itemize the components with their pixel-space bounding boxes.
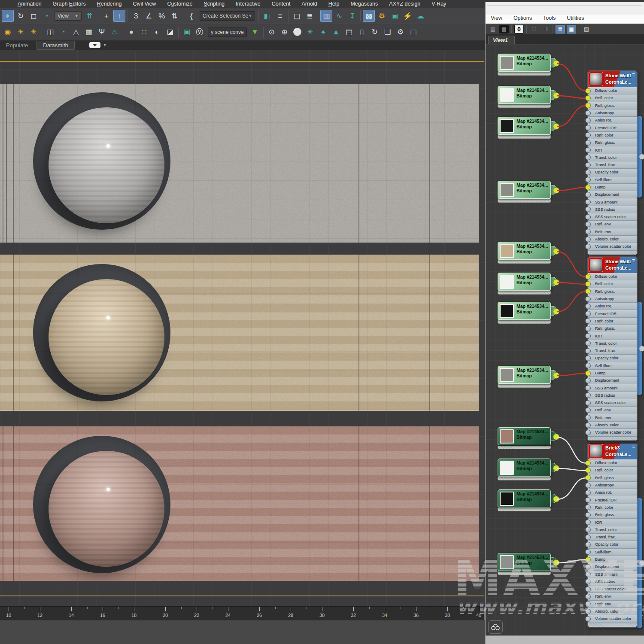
slot-transl-color[interactable]: Transl. color [588, 154, 637, 161]
slot-opacity-color[interactable]: Opacity color [588, 541, 637, 548]
input-socket[interactable] [585, 497, 591, 503]
map-node[interactable]: Map #214534...Bitmap [498, 242, 551, 264]
output-socket[interactable] [553, 434, 559, 440]
slot-transl-frac-[interactable]: Transl. frac. [588, 161, 637, 169]
output-socket[interactable] [553, 372, 559, 379]
slot-refl-env-[interactable]: Refl. env. [588, 221, 637, 228]
slot-volume-scatter-color[interactable]: Volume scatter color [588, 615, 637, 623]
select-spray-icon[interactable]: ▨ [582, 25, 591, 33]
slot-anisotropy[interactable]: Anisotropy [588, 482, 637, 489]
menu-civil-view[interactable]: Civil View [127, 1, 161, 7]
eraser-icon[interactable]: ◪ [164, 26, 176, 38]
input-socket[interactable] [585, 118, 591, 123]
input-socket[interactable] [585, 460, 591, 466]
selection-set-field[interactable]: Create Selection Se ▼ [200, 11, 255, 21]
selection-center-icon[interactable]: ↑ [113, 10, 125, 22]
menu-axyz-design[interactable]: AXYZ design [383, 1, 426, 7]
input-socket[interactable] [585, 207, 591, 212]
input-socket[interactable] [585, 468, 591, 473]
slot-transl-frac-[interactable]: Transl. frac. [588, 534, 637, 541]
preview-window-icon[interactable]: ▣ [567, 25, 576, 33]
slot-sss-scatter-color[interactable]: SSS scatter color [588, 213, 637, 221]
slot-sss-radius[interactable]: SSS radius [588, 578, 637, 586]
slot-refl-env-[interactable]: Refl. env. [588, 407, 637, 414]
input-socket[interactable] [585, 177, 591, 182]
slot-displacement[interactable]: Displacement [588, 377, 637, 384]
sme-menu-view[interactable]: View [490, 14, 507, 23]
menu-v-ray[interactable]: V-Ray [426, 1, 452, 7]
layer-manager-icon[interactable]: ▤ [291, 10, 303, 22]
slot-bump[interactable]: Bump [588, 556, 637, 563]
output-socket[interactable] [553, 279, 559, 286]
vray-logo-icon[interactable]: Ⓥ [194, 26, 206, 38]
input-socket[interactable] [585, 549, 591, 555]
slot-fresnel-ior[interactable]: Fresnel IOR [588, 124, 637, 131]
trees-icon[interactable]: ♠ [317, 26, 329, 38]
camera-add-icon[interactable]: ⊕ [279, 26, 291, 38]
populate-icon[interactable]: ◉ [2, 26, 14, 38]
slot-refr-gloss-[interactable]: Refr. gloss. [588, 325, 637, 332]
input-socket[interactable] [585, 222, 591, 227]
slot-sss-radius[interactable]: SSS radius [588, 392, 637, 399]
slot-refr-color[interactable]: Refr. color [588, 132, 637, 139]
viewport[interactable] [0, 50, 485, 606]
slot-aniso-rot-[interactable]: Aniso rot. [588, 303, 637, 310]
output-socket[interactable] [553, 559, 559, 566]
input-socket[interactable] [585, 512, 591, 518]
map-node[interactable]: Map #214534...Bitmap [498, 489, 551, 511]
render-cloud-icon[interactable]: ☁ [414, 10, 426, 22]
fire-effect-icon[interactable]: ♨ [109, 26, 121, 38]
checker-small-icon[interactable]: ▦ [488, 25, 498, 33]
slot-sss-scatter-color[interactable]: SSS scatter color [588, 399, 637, 407]
sun-positioner-icon[interactable]: ☀ [304, 26, 316, 38]
selection-sets-icon[interactable]: { [185, 10, 197, 22]
input-socket[interactable] [585, 571, 591, 577]
output-socket[interactable] [553, 187, 559, 194]
menu-arnold[interactable]: Arnold [296, 1, 323, 7]
material-sphere-icon[interactable]: ● [125, 26, 137, 38]
slot-transl-color[interactable]: Transl. color [588, 526, 637, 534]
input-socket[interactable] [585, 527, 591, 532]
input-socket[interactable] [585, 281, 591, 287]
daylight-icon[interactable]: ☀ [15, 26, 27, 38]
slot-refl-gloss-[interactable]: Refl. gloss. [588, 288, 637, 295]
node-graph-view[interactable]: Map #214534...BitmapMap #214534...Bitmap… [486, 44, 644, 635]
menu-customize[interactable]: Customize [161, 1, 198, 7]
menu-scripting[interactable]: Scripting [198, 1, 230, 7]
slot-refl-color[interactable]: Refl. color [588, 280, 637, 288]
input-socket[interactable] [585, 407, 591, 413]
input-socket[interactable] [585, 586, 591, 592]
input-socket[interactable] [585, 103, 591, 108]
input-socket[interactable] [585, 244, 591, 249]
input-socket[interactable] [585, 490, 591, 495]
input-socket[interactable] [585, 214, 591, 220]
stone-wall-1-sphere[interactable] [49, 107, 164, 223]
slot-refr-gloss-[interactable]: Refr. gloss. [588, 511, 637, 519]
slot-aniso-rot-[interactable]: Aniso rot. [588, 117, 637, 124]
slot-refl-gloss-[interactable]: Refl. gloss. [588, 474, 637, 482]
render-icon[interactable]: ⚡ [401, 10, 413, 22]
slot-sss-radius[interactable]: SSS radius [588, 206, 637, 213]
input-socket[interactable] [585, 378, 591, 383]
tab-datasmith[interactable]: Datasmith [36, 41, 75, 50]
pine-tree-icon[interactable]: ▲ [330, 26, 342, 38]
material-output-socket[interactable] [639, 154, 644, 160]
input-socket[interactable] [585, 110, 591, 116]
material-output-socket[interactable] [639, 346, 644, 352]
checker-dark-icon[interactable]: ▩ [499, 25, 509, 33]
input-socket[interactable] [585, 601, 591, 607]
input-socket[interactable] [585, 237, 591, 242]
material-node-stone-wall1[interactable]: Stone Wall1CoronaLe...=Diffuse colorRefl… [588, 71, 637, 255]
tab-view1[interactable]: View1 [488, 36, 515, 44]
bulb-gear-icon[interactable]: ⚙ [395, 26, 407, 38]
tab-flyout-button[interactable] [89, 42, 100, 48]
ribbon-toggle-icon[interactable]: ▦ [320, 10, 332, 22]
select-and-move-icon[interactable]: ⌖ [2, 10, 14, 22]
slot-ior[interactable]: IOR [588, 146, 637, 154]
slot-refr-color[interactable]: Refr. color [588, 504, 637, 511]
slot-volume-scatter-color[interactable]: Volume scatter color [588, 243, 637, 250]
layout-mode-icon[interactable]: ∷ [529, 25, 539, 33]
slot-anisotropy[interactable]: Anisotropy [588, 295, 637, 303]
slot-refr-env-[interactable]: Refr. env. [588, 601, 637, 608]
brick-3-sphere[interactable] [49, 451, 164, 567]
